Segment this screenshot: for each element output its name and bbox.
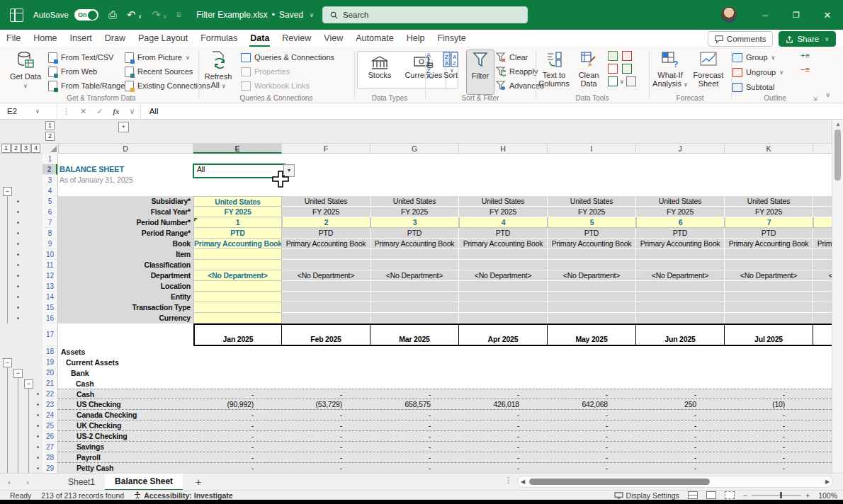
horizontal-scroll-thumb[interactable]: [529, 479, 710, 485]
cell[interactable]: [193, 260, 282, 270]
account-value[interactable]: -: [282, 442, 370, 452]
account-value[interactable]: -: [193, 431, 282, 441]
cell[interactable]: [459, 249, 548, 260]
cell[interactable]: United States: [370, 196, 459, 207]
cell[interactable]: Primary Accounting Book: [548, 239, 636, 249]
account-value[interactable]: -: [193, 452, 282, 462]
sort-ascending-button[interactable]: AZ↓: [426, 52, 434, 64]
account-value[interactable]: -: [813, 452, 832, 462]
cell[interactable]: 8: [813, 217, 832, 228]
cell[interactable]: [548, 281, 636, 292]
account-value[interactable]: -: [813, 399, 832, 409]
row-header-10[interactable]: 10: [43, 249, 57, 260]
cell[interactable]: [370, 249, 459, 260]
sheet-tab-balance-sheet[interactable]: Balance Sheet: [105, 474, 183, 491]
account-value[interactable]: -: [725, 420, 813, 430]
sort-descending-button[interactable]: ZA↓: [426, 68, 434, 79]
row-header-27[interactable]: 27: [43, 442, 57, 452]
page-layout-view-button[interactable]: [706, 491, 716, 499]
account-value[interactable]: -: [813, 420, 832, 430]
cell[interactable]: United States: [282, 196, 370, 207]
account-value[interactable]: -: [370, 431, 459, 441]
cell[interactable]: [282, 260, 370, 270]
account-value[interactable]: -: [548, 431, 636, 441]
previous-sheet-icon[interactable]: ‹: [0, 478, 18, 486]
cell[interactable]: [636, 249, 725, 260]
cell[interactable]: [813, 281, 832, 292]
row-header-13[interactable]: 13: [43, 281, 57, 292]
account-value[interactable]: -: [282, 431, 370, 441]
account-value[interactable]: -: [548, 410, 636, 420]
tab-insert[interactable]: Insert: [64, 31, 98, 45]
cell[interactable]: [813, 302, 832, 313]
cell[interactable]: FY 2025: [282, 207, 370, 217]
flash-fill-icon[interactable]: [608, 51, 618, 61]
column-header-F[interactable]: F: [282, 144, 370, 154]
field-label[interactable]: Classification: [58, 260, 193, 270]
relationships-icon[interactable]: [622, 64, 632, 74]
tab-home[interactable]: Home: [27, 31, 63, 45]
zoom-out-icon[interactable]: −: [743, 491, 747, 500]
refresh-all-button[interactable]: Refresh All ∨: [200, 50, 237, 91]
month-header[interactable]: Jun 2025: [636, 323, 725, 346]
row-header-2[interactable]: 2: [43, 164, 57, 175]
cell[interactable]: PTD: [282, 228, 370, 239]
row-header-7[interactable]: 7: [43, 217, 57, 228]
account-value[interactable]: -: [548, 463, 636, 473]
account-value[interactable]: -: [193, 463, 282, 473]
account-value[interactable]: -: [193, 389, 282, 399]
row-header-8[interactable]: 8: [43, 228, 57, 239]
account-value[interactable]: -: [548, 420, 636, 430]
what-if-analysis-button[interactable]: ? What-If Analysis ∨: [652, 50, 689, 89]
cell[interactable]: [636, 260, 725, 270]
document-title[interactable]: Filter Example.xlsx • Saved ∨: [196, 10, 314, 20]
account-name[interactable]: UK Checking: [58, 420, 193, 430]
account-value[interactable]: -: [636, 452, 725, 462]
cell[interactable]: [636, 292, 725, 302]
tab-formulas[interactable]: Formulas: [194, 31, 244, 45]
from-table-range-button[interactable]: From Table/Range: [48, 79, 125, 92]
account-value[interactable]: -: [459, 389, 548, 399]
account-value[interactable]: 250: [636, 399, 725, 409]
cell[interactable]: United States: [813, 196, 832, 207]
cell[interactable]: <No Department>: [370, 270, 459, 281]
row-header-16[interactable]: 16: [43, 313, 57, 323]
cell[interactable]: [725, 281, 813, 292]
cell[interactable]: [282, 313, 370, 323]
vertical-scrollbar[interactable]: ▲: [832, 120, 843, 473]
field-label[interactable]: Entity: [58, 292, 193, 302]
account-value[interactable]: -: [813, 442, 832, 452]
cell[interactable]: [459, 260, 548, 270]
cell[interactable]: Primary Accounting Book: [193, 239, 282, 249]
column-header-E[interactable]: E: [193, 144, 282, 154]
cell[interactable]: FY 2025: [636, 207, 725, 217]
account-value[interactable]: -: [813, 389, 832, 399]
from-text-csv-button[interactable]: From Text/CSV: [48, 51, 125, 64]
column-header-L[interactable]: L: [813, 144, 832, 154]
account-value[interactable]: -: [725, 452, 813, 462]
cell[interactable]: [282, 249, 370, 260]
row-header-19[interactable]: 19: [43, 357, 57, 367]
horizontal-scrollbar[interactable]: ◀ ▶: [517, 476, 833, 488]
account-value[interactable]: -: [459, 442, 548, 452]
clean-data-button[interactable]: Clean Data: [574, 50, 604, 88]
row-header-4[interactable]: 4: [43, 185, 57, 196]
cell[interactable]: United States: [193, 196, 282, 207]
cell[interactable]: [459, 281, 548, 292]
cell[interactable]: United States: [459, 196, 548, 207]
cell[interactable]: <No Department>: [725, 270, 813, 281]
cell[interactable]: [725, 302, 813, 313]
cell[interactable]: [370, 260, 459, 270]
vertical-scroll-thumb[interactable]: [834, 130, 841, 181]
text-to-columns-button[interactable]: Text to Columns: [537, 50, 571, 88]
account-value[interactable]: -: [636, 389, 725, 399]
remove-duplicates-icon[interactable]: [608, 64, 618, 74]
cell[interactable]: PTD: [193, 228, 282, 239]
scroll-left-icon[interactable]: ◀: [518, 479, 528, 485]
account-value[interactable]: (10): [725, 399, 813, 409]
cell[interactable]: [813, 249, 832, 260]
cell[interactable]: 5: [548, 217, 636, 228]
cell[interactable]: [725, 249, 813, 260]
show-detail-icon[interactable]: +≡: [800, 51, 810, 59]
confirm-entry-icon[interactable]: ✓: [91, 107, 108, 116]
